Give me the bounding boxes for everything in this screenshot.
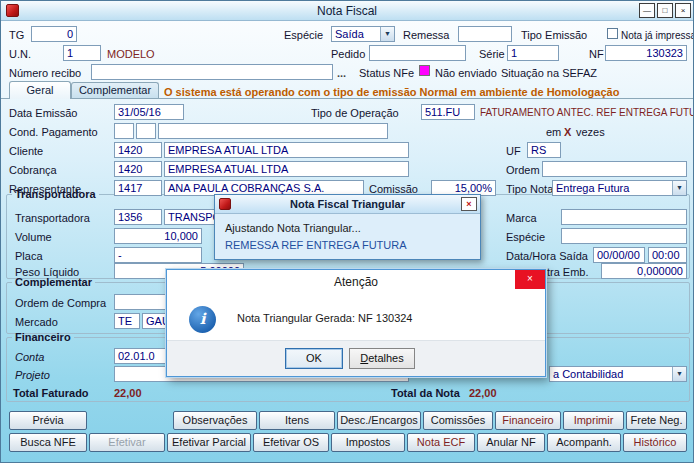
cobranca-name-input[interactable]: EMPRESA ATUAL LTDA bbox=[164, 161, 409, 177]
atencao-dialog-title: Atenção bbox=[167, 275, 545, 289]
transportadora-code-input[interactable]: 1356 bbox=[114, 209, 162, 225]
un-label: U.N. bbox=[9, 48, 31, 60]
especie-label: Espécie bbox=[284, 29, 323, 41]
uf-input[interactable]: RS bbox=[527, 142, 561, 158]
numero-recibo-label: Número recibo bbox=[9, 67, 81, 79]
cond-pagamento-label: Cond. Pagamento bbox=[9, 126, 98, 138]
cliente-name-input[interactable]: EMPRESA ATUAL LTDA bbox=[164, 142, 409, 158]
triangular-dialog-message: Ajustando Nota Triangular... bbox=[225, 222, 361, 234]
numero-recibo-input[interactable] bbox=[91, 64, 333, 80]
mercado-code-input[interactable]: TE bbox=[114, 313, 140, 329]
financeiro-button[interactable]: Financeiro bbox=[495, 411, 561, 430]
nota-ja-impressa-checkbox[interactable] bbox=[607, 28, 618, 39]
status-nfe-indicator bbox=[419, 65, 430, 76]
imprimir-button[interactable]: Imprimir bbox=[563, 411, 624, 430]
nf-input[interactable]: 130323 bbox=[605, 45, 687, 61]
tipo-nota-label: Tipo Nota bbox=[506, 183, 553, 195]
data-saida-input[interactable]: 00/00/00 bbox=[593, 247, 645, 263]
acompanh-button[interactable]: Acompanh. bbox=[547, 433, 621, 452]
triangular-dialog-title: Nota Fiscal Triangular bbox=[215, 198, 480, 210]
itens-button[interactable]: Itens bbox=[259, 411, 335, 430]
em-label: em bbox=[546, 126, 561, 138]
info-icon: i bbox=[189, 306, 216, 333]
window-titlebar[interactable]: Nota Fiscal — □ × bbox=[1, 1, 693, 21]
ok-button[interactable]: OK bbox=[285, 348, 343, 369]
efetivar-parcial-button[interactable]: Efetivar Parcial bbox=[167, 433, 251, 452]
un-input[interactable]: 1 bbox=[63, 45, 101, 61]
tab-geral[interactable]: Geral bbox=[9, 81, 71, 99]
placa-input[interactable]: - bbox=[114, 247, 202, 263]
serie-label: Série bbox=[479, 48, 505, 60]
situacao-sefaz-label: Situação na SEFAZ bbox=[501, 67, 597, 79]
anular-nf-button[interactable]: Anular NF bbox=[477, 433, 545, 452]
cond-pagamento-desc-input[interactable] bbox=[158, 123, 388, 139]
desc-encargos-button[interactable]: Desc./Encargos bbox=[337, 411, 421, 430]
total-nota-label: Total da Nota bbox=[391, 387, 460, 399]
minimize-button[interactable]: — bbox=[639, 3, 655, 18]
pedido-input[interactable] bbox=[369, 45, 466, 61]
cond-pagamento-input-2[interactable] bbox=[136, 123, 156, 139]
financeiro-legend: Financeiro bbox=[12, 331, 74, 343]
peso-extra-input[interactable]: 0,000000 bbox=[601, 263, 687, 279]
volume-label: Volume bbox=[15, 231, 52, 243]
frete-neg-button[interactable]: Frete Neg. bbox=[626, 411, 687, 430]
cond-pagamento-input-1[interactable] bbox=[114, 123, 134, 139]
tg-input[interactable]: 0 bbox=[31, 26, 77, 42]
dropdown-arrow-icon: ▼ bbox=[380, 27, 394, 41]
tg-label: TG bbox=[9, 29, 24, 41]
data-emissao-input[interactable]: 31/05/16 bbox=[114, 104, 184, 120]
triangular-dialog-titlebar[interactable]: Nota Fiscal Triangular × bbox=[215, 195, 480, 214]
cliente-label: Cliente bbox=[9, 145, 43, 157]
tipo-emissao-label: Tipo Emissão bbox=[521, 29, 587, 41]
projeto-label: Projeto bbox=[15, 369, 50, 381]
previa-button[interactable]: Prévia bbox=[9, 411, 87, 430]
vezes-count: X bbox=[564, 126, 571, 138]
tab-complementar[interactable]: Complementar bbox=[71, 82, 159, 98]
nota-ecf-button[interactable]: Nota ECF bbox=[407, 433, 475, 452]
especie-transp-label: Espécie bbox=[506, 231, 545, 243]
efetivar-os-button[interactable]: Efetivar OS bbox=[253, 433, 329, 452]
impostos-button[interactable]: Impostos bbox=[331, 433, 405, 452]
busca-nfe-button[interactable]: Busca NFE bbox=[9, 433, 87, 452]
contabilidade-combo[interactable]: a Contabilidad ▼ bbox=[549, 366, 687, 382]
data-hora-saida-label: Data/Hora Saída bbox=[506, 250, 588, 262]
volume-input[interactable]: 10,000 bbox=[114, 228, 202, 244]
total-faturado-value: 22,00 bbox=[114, 387, 142, 399]
nota-ja-impressa-label: Nota já impressa bbox=[621, 30, 694, 42]
recibo-browse-button[interactable]: ... bbox=[337, 67, 346, 79]
hora-saida-input[interactable]: 00:00 bbox=[648, 247, 687, 263]
especie-combo[interactable]: Saída ▼ bbox=[331, 26, 395, 42]
remessa-input[interactable] bbox=[458, 26, 512, 42]
close-icon[interactable]: × bbox=[461, 197, 477, 211]
close-button[interactable]: × bbox=[675, 3, 691, 18]
tipo-nota-combo[interactable]: Entrega Futura ▼ bbox=[552, 180, 687, 196]
placa-label: Placa bbox=[15, 250, 43, 262]
cliente-code-input[interactable]: 1420 bbox=[114, 142, 162, 158]
modelo-label: MODELO bbox=[107, 48, 155, 60]
close-icon[interactable]: × bbox=[515, 270, 545, 289]
efetivar-button[interactable]: Efetivar bbox=[89, 433, 165, 452]
ordem-input[interactable] bbox=[542, 161, 687, 177]
historico-button[interactable]: Histórico bbox=[623, 433, 687, 452]
comissoes-button[interactable]: Comissões bbox=[423, 411, 493, 430]
tipo-operacao-desc: FATURAMENTO ANTEC. REF ENTREGA FUTURA bbox=[480, 107, 694, 119]
cobranca-label: Cobrança bbox=[9, 164, 57, 176]
especie-transp-input[interactable] bbox=[561, 228, 687, 244]
serie-input[interactable]: 1 bbox=[507, 45, 559, 61]
nf-label: NF bbox=[589, 48, 604, 60]
representante-code-input[interactable]: 1417 bbox=[114, 180, 162, 196]
mercado-label: Mercado bbox=[15, 316, 58, 328]
dropdown-arrow-icon: ▼ bbox=[672, 181, 686, 195]
pedido-label: Pedido bbox=[331, 48, 365, 60]
data-emissao-label: Data Emissão bbox=[9, 107, 77, 119]
marca-input[interactable] bbox=[561, 209, 687, 225]
tipo-operacao-input[interactable]: 511.FU bbox=[421, 104, 475, 120]
vezes-label: vezes bbox=[576, 126, 605, 138]
detalhes-button[interactable]: Detalhes bbox=[349, 348, 415, 369]
total-nota-value: 22,00 bbox=[469, 387, 497, 399]
maximize-button[interactable]: □ bbox=[657, 3, 673, 18]
cobranca-code-input[interactable]: 1420 bbox=[114, 161, 162, 177]
tipo-operacao-label: Tipo de Operação bbox=[311, 107, 399, 119]
observacoes-button[interactable]: Observações bbox=[173, 411, 257, 430]
transportadora-label: Transportadora bbox=[15, 212, 90, 224]
